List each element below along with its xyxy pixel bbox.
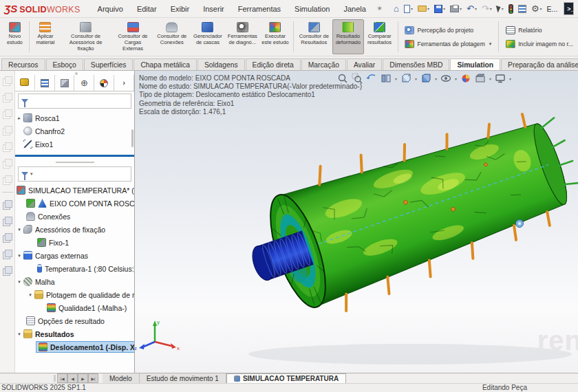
tree-item-study[interactable]: SIMULACAO TEMPERATURA* (-Valor p	[15, 184, 134, 197]
solid-bodies-icon[interactable]	[3, 250, 12, 259]
tree-item-chanfro2[interactable]: Chanfro2	[15, 124, 134, 138]
redo-button[interactable]: ↷▾	[480, 3, 493, 14]
sketch-tools-icon[interactable]	[3, 200, 12, 209]
interrupt-button[interactable]	[507, 3, 515, 15]
dimxpert-icon: ⊕	[81, 78, 88, 87]
open-button[interactable]: ▾	[416, 4, 431, 13]
tab-recursos[interactable]: Recursos	[1, 58, 45, 70]
display-pane-icon[interactable]	[3, 233, 12, 242]
expander-icon[interactable]	[15, 227, 23, 232]
tab-edicao-direta[interactable]: Edição direta	[246, 58, 301, 70]
print-button[interactable]: ▾	[449, 4, 463, 14]
home-button[interactable]: ⌂	[392, 3, 400, 14]
menu-editar[interactable]: Editar	[131, 3, 163, 15]
tree-item-acessorios-fixacao[interactable]: Acessórios de fixação	[15, 223, 134, 236]
mini-splitter[interactable]	[56, 162, 94, 163]
tab-preparacao-analise[interactable]: Preparação da análise	[501, 58, 578, 70]
tab-chapa-metalica[interactable]: Chapa metálica	[133, 58, 197, 70]
menu-exibir[interactable]: Exibir	[164, 3, 196, 15]
command-search[interactable]: >_ Comandos d	[564, 2, 574, 15]
gerenciador-cascas-button[interactable]: Gerenciador de cascas	[190, 19, 225, 54]
first-tab-button[interactable]: |◀	[57, 373, 67, 383]
tree-item-conexoes[interactable]: Conexões	[15, 210, 134, 223]
expander-icon[interactable]	[15, 331, 23, 337]
undo-button[interactable]: ↶▾	[465, 3, 478, 14]
tree-scrollbar-thumb[interactable]	[131, 129, 133, 147]
prev-tab-button[interactable]: ◀	[67, 373, 78, 383]
select-button[interactable]: ▾	[495, 3, 505, 14]
incluir-imagem-button[interactable]: Incluir imagem no r...	[502, 38, 577, 50]
tab-estudo-movimento[interactable]: Estudo de movimento 1	[140, 373, 226, 383]
rebuild-button[interactable]	[517, 3, 528, 14]
tree-item-part[interactable]: EIXO COM PONTA ROSCADA	[15, 197, 134, 210]
surface-bodies-icon[interactable]	[3, 266, 12, 275]
relatorio-button[interactable]: Relatório	[502, 24, 577, 36]
menu-simulation[interactable]: Simulation	[288, 3, 336, 15]
ferramentas-plotagem-button[interactable]: Ferramentas de plotagem▾	[401, 38, 495, 50]
ferramentas-diagnostico-button[interactable]: Ferramentas de diagnó...	[226, 19, 259, 54]
tab-avaliar[interactable]: Avaliar	[347, 58, 382, 70]
tab-modelo[interactable]: Modelo	[103, 373, 140, 383]
tab-property-manager[interactable]	[35, 75, 55, 91]
consultor-conexoes-button[interactable]: Consultor de Conexões	[153, 19, 190, 54]
tab-configuration-manager[interactable]	[55, 75, 75, 91]
tab-simulation[interactable]: Simulation	[450, 58, 500, 70]
menu-janela[interactable]: Janela	[337, 3, 372, 15]
annotations-icon[interactable]	[3, 217, 12, 226]
tab-feature-manager[interactable]	[15, 75, 35, 91]
tree-item-plotagem-qualidade[interactable]: Plotagem de qualidade de ma	[15, 288, 134, 301]
filter-caret-icon[interactable]: ▾	[30, 171, 33, 177]
expander-icon[interactable]	[15, 116, 23, 121]
expander-icon[interactable]	[15, 253, 23, 259]
feature-manager-split-bar[interactable]	[15, 155, 134, 157]
tab-dimxpert-manager[interactable]: ⊕	[74, 75, 94, 91]
comparar-resultados-button[interactable]: Comparar resultados	[364, 19, 396, 54]
tree-item-cargas-externas[interactable]: Cargas externas	[15, 249, 134, 262]
tab-bar-splitter[interactable]	[54, 375, 56, 382]
tree-item-temperatura1[interactable]: Temperatura-1 (:80 Celsius:)	[15, 262, 134, 275]
model-canvas[interactable]: y x z	[135, 71, 578, 373]
tree-item-deslocamento1[interactable]: Deslocamento1 (-Disp. X-)	[15, 340, 134, 353]
consultor-resultados-button[interactable]: Consultor de Resultados	[296, 19, 332, 54]
novo-estudo-button[interactable]: Novo estudo	[3, 19, 27, 54]
expander-icon[interactable]	[26, 292, 34, 298]
menu-arquivo[interactable]: Arquivo	[92, 3, 129, 15]
tab-marcacao[interactable]: Marcação	[301, 58, 346, 70]
tab-display-manager[interactable]	[94, 75, 114, 91]
tab-superficies[interactable]: Superfícies	[84, 58, 133, 70]
next-tab-button[interactable]: ▶	[78, 373, 88, 383]
resultado-deformado-button[interactable]: Resultado deformado	[332, 19, 364, 54]
tree-item-fixo1[interactable]: Fixo-1	[15, 236, 134, 249]
options-button[interactable]: ⚙▾	[530, 3, 544, 14]
command-manager-toolbar: Novo estudo Aplicar material Consultor d…	[0, 18, 578, 56]
expander-icon[interactable]	[15, 279, 23, 285]
executar-estudo-button[interactable]: Executar este estudo	[259, 19, 291, 54]
tab-simulacao-temperatura[interactable]: SIMULACAO TEMPERATURA	[226, 373, 346, 383]
save-button[interactable]: ▾	[433, 3, 447, 14]
tree-item-resultados[interactable]: Resultados	[15, 327, 134, 340]
tab-dimensoes-mbd[interactable]: Dimensões MBD	[383, 58, 449, 70]
graphics-viewport[interactable]: Nome do modelo: EIXO COM PONTA ROSCADA N…	[135, 71, 578, 373]
panel-expand-arrow[interactable]: ›	[114, 75, 134, 91]
percepcao-projeto-button[interactable]: Percepção do projeto	[401, 24, 495, 36]
tree-item-qualidade1[interactable]: Qualidade1 (-Malha-)	[15, 301, 134, 314]
tree-filter-input[interactable]	[18, 94, 131, 109]
menu-inserir[interactable]: Inserir	[197, 3, 231, 15]
tree-item-malha[interactable]: Malha	[15, 275, 134, 288]
toolbar-overflow-label[interactable]: E...	[545, 5, 560, 13]
consultor-acessorios-fixacao-button[interactable]: Consultor de Acessórios de fixação	[59, 19, 112, 54]
new-document-button[interactable]: ▾	[403, 3, 414, 14]
tree-item-rosca1[interactable]: Rosca1	[15, 111, 134, 124]
tab-esboco[interactable]: Esboço	[46, 58, 83, 70]
last-tab-button[interactable]: ▶|	[88, 373, 98, 383]
menu-ferramentas[interactable]: Ferramentas	[232, 3, 287, 15]
consultor-cargas-externas-button[interactable]: Consultor de Cargas Externas	[112, 19, 153, 54]
sim-tree-filter-input[interactable]: ▾	[18, 166, 131, 182]
tree-item-eixo1[interactable]: Eixo1	[15, 138, 134, 151]
aplicar-material-button[interactable]: Aplicar material	[32, 19, 59, 54]
tab-soldagens[interactable]: Soldagens	[197, 58, 245, 70]
tree-item-opcoes-resultado[interactable]: Opções de resultado	[15, 314, 134, 327]
connections-icon	[26, 212, 35, 221]
pin-menu-icon[interactable]: ✶	[376, 4, 383, 13]
panel-splitter-handle[interactable]	[75, 72, 78, 75]
